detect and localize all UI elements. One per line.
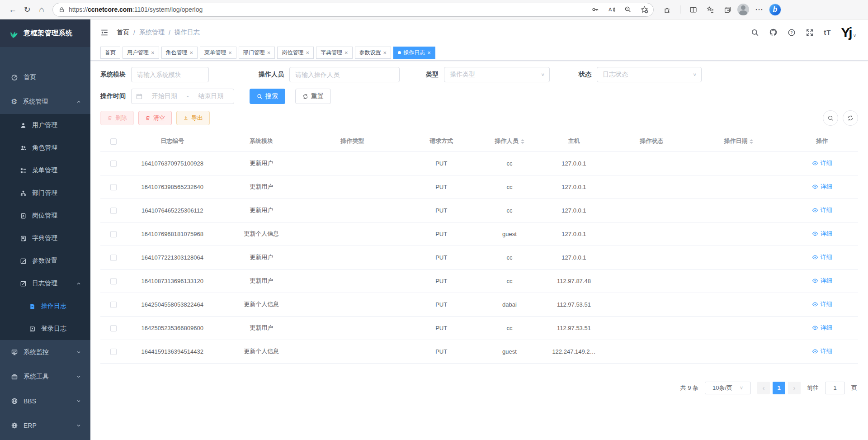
row-checkbox[interactable] xyxy=(110,325,117,331)
bing-chat-icon[interactable]: b xyxy=(769,4,781,16)
browser-refresh-button[interactable]: ↻ xyxy=(20,2,34,17)
page-size-select[interactable]: 10条/页 ∨ xyxy=(705,382,751,394)
row-checkbox[interactable] xyxy=(110,208,117,214)
select-all-checkbox[interactable] xyxy=(110,138,117,145)
help-icon[interactable]: ? xyxy=(788,28,796,37)
browser-back-button[interactable]: ← xyxy=(5,2,20,17)
sidebar-item-dict-mgmt[interactable]: 字典管理 xyxy=(0,227,90,250)
row-checkbox[interactable] xyxy=(110,278,117,284)
breadcrumb-system-mgmt[interactable]: 系统管理 xyxy=(139,28,165,37)
header-search-icon[interactable] xyxy=(751,28,759,37)
tab-close-icon[interactable]: × xyxy=(267,50,271,56)
sidebar-item-post-mgmt[interactable]: 岗位管理 xyxy=(0,204,90,227)
show-search-toggle-button[interactable] xyxy=(823,110,838,126)
breadcrumb-home[interactable]: 首页 xyxy=(117,28,129,37)
tab-post-mgmt[interactable]: 岗位管理× xyxy=(277,47,314,59)
tab-close-icon[interactable]: × xyxy=(427,50,431,56)
row-checkbox[interactable] xyxy=(110,255,117,261)
browser-home-button[interactable]: ⌂ xyxy=(34,2,49,17)
tab-role-mgmt[interactable]: 角色管理× xyxy=(161,47,198,59)
text-size-icon[interactable]: tT xyxy=(824,28,831,36)
row-checkbox[interactable] xyxy=(110,161,117,167)
tab-close-icon[interactable]: × xyxy=(383,50,387,56)
goto-page-input[interactable] xyxy=(825,382,845,394)
row-checkbox[interactable] xyxy=(110,231,117,237)
browser-more-menu-icon[interactable]: ⋯ xyxy=(752,2,766,17)
search-button[interactable]: 搜索 xyxy=(250,89,285,104)
add-favorite-star-icon[interactable] xyxy=(638,3,651,16)
sidebar-collapse-icon[interactable] xyxy=(100,28,108,37)
refresh-table-button[interactable] xyxy=(843,110,858,126)
tab-dept-mgmt[interactable]: 部门管理× xyxy=(239,47,275,59)
sidebar-item-system-mgmt[interactable]: ⚙ 系统管理 xyxy=(0,90,90,114)
sidebar-item-user-mgmt[interactable]: 用户管理 xyxy=(0,114,90,137)
status-select[interactable]: 日志状态∨ xyxy=(597,67,702,82)
github-icon[interactable] xyxy=(769,28,778,37)
app-logo[interactable]: 意框架管理系统 xyxy=(0,19,90,47)
delete-button[interactable]: 删除 xyxy=(100,111,134,125)
sidebar-item-log-mgmt[interactable]: 日志管理 xyxy=(0,272,90,295)
detail-link[interactable]: 详细 xyxy=(812,277,832,285)
tab-close-icon[interactable]: × xyxy=(228,50,232,56)
col-date[interactable]: 操作日期 xyxy=(691,131,786,151)
sidebar-item-yi-framework[interactable]: Yi框架 xyxy=(0,438,90,440)
operator-input[interactable] xyxy=(289,67,400,82)
next-page-button[interactable]: › xyxy=(788,382,801,394)
sidebar-item-system-tools[interactable]: 系统工具 xyxy=(0,364,90,389)
sidebar-item-role-mgmt[interactable]: 角色管理 xyxy=(0,137,90,159)
detail-link[interactable]: 详细 xyxy=(812,324,832,332)
col-operator[interactable]: 操作人员 xyxy=(483,131,536,151)
tab-user-mgmt[interactable]: 用户管理× xyxy=(123,47,159,59)
detail-link[interactable]: 详细 xyxy=(812,347,832,355)
date-range-picker[interactable]: 开始日期 - 结束日期 xyxy=(131,89,234,104)
detail-link[interactable]: 详细 xyxy=(812,230,832,238)
sidebar-item-param-settings[interactable]: 参数设置 xyxy=(0,250,90,272)
address-bar[interactable]: https://ccnetcore.com:1101/system/log/op… xyxy=(52,3,654,17)
row-checkbox[interactable] xyxy=(110,302,117,308)
sidebar-item-erp[interactable]: ERP xyxy=(0,413,90,438)
clear-button[interactable]: 清空 xyxy=(138,111,172,125)
collections-icon[interactable] xyxy=(720,2,735,17)
split-screen-icon[interactable] xyxy=(686,2,700,17)
row-checkbox[interactable] xyxy=(110,349,117,355)
reset-button[interactable]: 重置 xyxy=(295,89,331,104)
user-avatar-logo[interactable]: Yj xyxy=(841,26,851,39)
tab-close-icon[interactable]: × xyxy=(306,50,309,56)
sidebar-item-bbs[interactable]: BBS xyxy=(0,389,90,413)
favorites-hub-icon[interactable] xyxy=(703,2,717,17)
current-page-button[interactable]: 1 xyxy=(773,382,785,394)
type-select[interactable]: 操作类型∨ xyxy=(444,67,550,82)
export-button[interactable]: 导出 xyxy=(176,111,210,125)
tab-close-icon[interactable]: × xyxy=(190,50,193,56)
sidebar-item-home[interactable]: 首页 xyxy=(0,65,90,90)
sort-carets-icon[interactable] xyxy=(750,137,753,146)
detail-link[interactable]: 详细 xyxy=(812,183,832,191)
sidebar-item-system-monitor[interactable]: 系统监控 xyxy=(0,340,90,364)
sidebar-item-login-log[interactable]: 登录日志 xyxy=(0,317,90,340)
user-menu-caret-icon[interactable]: ∨ xyxy=(853,33,856,39)
tab-param-settings[interactable]: 参数设置× xyxy=(355,47,392,59)
tab-menu-mgmt[interactable]: 菜单管理× xyxy=(200,47,236,59)
detail-link[interactable]: 详细 xyxy=(812,206,832,214)
password-key-icon[interactable] xyxy=(589,3,602,16)
tab-operation-log[interactable]: 操作日志× xyxy=(393,47,435,59)
module-input[interactable] xyxy=(131,67,209,82)
sidebar-item-dept-mgmt[interactable]: 部门管理 xyxy=(0,182,90,204)
tab-close-icon[interactable]: × xyxy=(344,50,348,56)
detail-link[interactable]: 详细 xyxy=(812,300,832,308)
read-aloud-icon[interactable]: A xyxy=(605,3,618,16)
sidebar-item-operation-log[interactable]: 操作日志 xyxy=(0,295,90,317)
extensions-puzzle-icon[interactable] xyxy=(660,2,675,17)
row-checkbox[interactable] xyxy=(110,184,117,190)
browser-profile-avatar[interactable] xyxy=(737,4,749,15)
tab-close-icon[interactable]: × xyxy=(151,50,155,56)
detail-link[interactable]: 详细 xyxy=(812,253,832,261)
tab-home[interactable]: 首页 xyxy=(100,47,120,59)
detail-link[interactable]: 详细 xyxy=(812,159,832,167)
zoom-out-icon[interactable] xyxy=(622,3,634,16)
tab-dict-mgmt[interactable]: 字典管理× xyxy=(316,47,353,59)
fullscreen-icon[interactable] xyxy=(806,28,814,37)
sort-carets-icon[interactable] xyxy=(521,137,524,146)
sidebar-item-menu-mgmt[interactable]: 菜单管理 xyxy=(0,159,90,182)
prev-page-button[interactable]: ‹ xyxy=(757,382,770,394)
